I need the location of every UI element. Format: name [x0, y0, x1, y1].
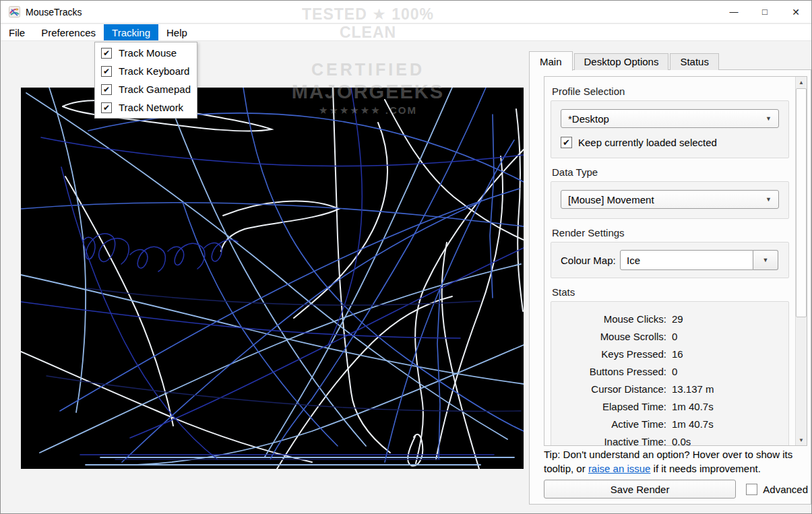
data-type-group: [Mouse] Movement ▼ — [551, 181, 789, 219]
stat-label: Buttons Pressed: — [561, 363, 666, 381]
menu-bar: File Preferences Tracking Help — [1, 24, 811, 41]
colour-map-label: Colour Map: — [561, 255, 620, 266]
profile-selection-group: *Desktop ▼ ✔ Keep currently loaded selec… — [551, 100, 789, 158]
menu-file[interactable]: File — [1, 24, 33, 40]
stat-label: Cursor Distance: — [561, 381, 666, 398]
scroll-down-icon[interactable]: ▼ — [796, 435, 807, 445]
minimize-button[interactable]: — — [718, 1, 749, 23]
menu-help[interactable]: Help — [158, 24, 195, 40]
colour-map-input[interactable]: Ice — [620, 250, 753, 270]
stat-label: Active Time: — [561, 416, 666, 433]
menu-tracking[interactable]: Tracking — [104, 24, 158, 40]
stat-label: Inactive Time: — [561, 433, 666, 445]
menu-item-track-gamepad[interactable]: ✔ Track Gamepad — [95, 80, 197, 98]
settings-scroll-area: Profile Selection *Desktop ▼ ✔ Keep curr… — [544, 76, 807, 446]
profile-dropdown-value: *Desktop — [568, 113, 609, 125]
save-render-button[interactable]: Save Render — [544, 480, 736, 499]
data-type-dropdown[interactable]: [Mouse] Movement ▼ — [561, 190, 779, 209]
keep-loaded-checkbox[interactable]: ✔ — [561, 137, 572, 148]
tab-main[interactable]: Main — [529, 51, 573, 71]
tip-suffix: if it needs improvement. — [650, 463, 760, 474]
stat-row: Mouse Scrolls:0 — [561, 328, 779, 346]
stat-label: Elapsed Time: — [561, 398, 666, 416]
tracking-dropdown-menu: ✔ Track Mouse ✔ Track Keyboard ✔ Track G… — [94, 42, 197, 119]
raise-an-issue-link[interactable]: raise an issue — [588, 463, 651, 474]
stat-value: 0.0s — [672, 433, 779, 445]
chevron-down-icon: ▼ — [763, 257, 769, 263]
advanced-label: Advanced — [763, 484, 808, 495]
stat-label: Mouse Clicks: — [561, 311, 666, 328]
stat-row: Inactive Time:0.0s — [561, 433, 779, 445]
maximize-button[interactable]: □ — [749, 1, 780, 23]
stat-value: 1m 40.7s — [672, 416, 779, 433]
colour-map-row: Colour Map: Ice ▼ — [561, 250, 779, 270]
stat-row: Cursor Distance:13.137 m — [561, 381, 779, 398]
app-window: MouseTracks — □ ✕ File Preferences Track… — [0, 0, 812, 514]
checkbox-checked-icon[interactable]: ✔ — [101, 66, 112, 77]
checkbox-checked-icon[interactable]: ✔ — [101, 48, 112, 59]
vertical-scrollbar[interactable]: ▲ ▼ — [795, 77, 807, 445]
menu-item-label: Track Mouse — [119, 47, 177, 59]
settings-content: Profile Selection *Desktop ▼ ✔ Keep curr… — [544, 77, 795, 445]
chevron-down-icon: ▼ — [766, 196, 772, 203]
stat-row: Keys Pressed:16 — [561, 346, 779, 363]
data-type-dropdown-value: [Mouse] Movement — [568, 194, 654, 205]
advanced-checkbox[interactable] — [746, 484, 757, 495]
scrollbar-thumb[interactable] — [796, 88, 807, 317]
window-controls: — □ ✕ — [718, 1, 811, 23]
tab-status[interactable]: Status — [670, 53, 719, 70]
menu-item-label: Track Network — [119, 102, 183, 113]
stat-row: Mouse Clicks:29 — [561, 311, 779, 328]
watermark-line2: CERTIFIED — [274, 60, 462, 79]
actions-row: Save Render Advanced — [544, 480, 808, 499]
main-tab-page: Profile Selection *Desktop ▼ ✔ Keep curr… — [529, 69, 811, 505]
stat-row: Active Time:1m 40.7s — [561, 416, 779, 433]
data-type-title: Data Type — [552, 166, 788, 178]
checkbox-checked-icon[interactable]: ✔ — [101, 102, 112, 113]
keep-loaded-row: ✔ Keep currently loaded selected — [561, 137, 779, 148]
render-settings-title: Render Settings — [552, 227, 788, 238]
panel-tabs: Main Desktop Options Status — [529, 51, 720, 70]
menu-item-track-keyboard[interactable]: ✔ Track Keyboard — [95, 62, 197, 80]
tracks-svg — [21, 88, 524, 469]
stat-value: 29 — [672, 311, 779, 328]
profile-dropdown[interactable]: *Desktop ▼ — [561, 109, 779, 128]
stat-row: Elapsed Time:1m 40.7s — [561, 398, 779, 416]
menu-item-label: Track Keyboard — [119, 65, 189, 77]
chevron-down-icon: ▼ — [766, 115, 772, 122]
keep-loaded-label: Keep currently loaded selected — [578, 137, 717, 148]
stat-value: 13.137 m — [672, 381, 779, 398]
window-title: MouseTracks — [26, 7, 82, 18]
stat-row: Buttons Pressed:0 — [561, 363, 779, 381]
tip-text: Tip: Don't understand an option? Hover o… — [544, 448, 801, 476]
colour-map-value: Ice — [627, 255, 640, 266]
title-bar: MouseTracks — □ ✕ — [1, 1, 811, 24]
render-canvas — [21, 88, 524, 469]
tab-desktop-options[interactable]: Desktop Options — [574, 53, 669, 70]
stats-group: Mouse Clicks:29 Mouse Scrolls:0 Keys Pre… — [551, 301, 789, 445]
stat-label: Mouse Scrolls: — [561, 328, 666, 346]
menu-item-track-network[interactable]: ✔ Track Network — [95, 98, 197, 117]
render-settings-group: Colour Map: Ice ▼ — [551, 242, 789, 278]
stat-value: 0 — [672, 328, 779, 346]
checkbox-checked-icon[interactable]: ✔ — [101, 84, 112, 95]
menu-item-label: Track Gamepad — [119, 84, 191, 95]
app-icon — [9, 6, 20, 18]
stat-value: 16 — [672, 346, 779, 363]
stat-value: 1m 40.7s — [672, 398, 779, 416]
menu-item-track-mouse[interactable]: ✔ Track Mouse — [95, 44, 197, 62]
stat-value: 0 — [672, 363, 779, 381]
close-button[interactable]: ✕ — [780, 1, 811, 23]
profile-selection-title: Profile Selection — [552, 86, 788, 97]
stats-title: Stats — [552, 286, 788, 298]
colour-map-dropdown-button[interactable]: ▼ — [753, 250, 778, 270]
scroll-up-icon[interactable]: ▲ — [796, 77, 807, 88]
stat-label: Keys Pressed: — [561, 346, 666, 363]
menu-preferences[interactable]: Preferences — [33, 24, 104, 40]
